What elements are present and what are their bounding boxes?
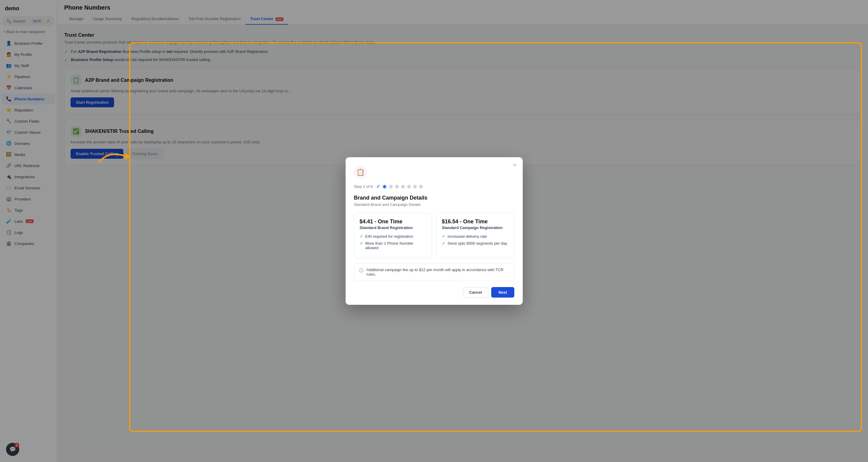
info-icon: ⓘ bbox=[359, 268, 364, 273]
info-box: ⓘ Additional campaign fee up to $12 per … bbox=[354, 263, 514, 281]
feature-check-icon: ✓ bbox=[360, 241, 363, 246]
modal-close-button[interactable]: × bbox=[513, 162, 517, 168]
step-6-dot bbox=[407, 185, 411, 189]
campaign-feature-1: ✓ Increased delivery rate bbox=[442, 234, 508, 239]
feature-text: Increased delivery rate bbox=[448, 234, 487, 239]
feature-check-icon: ✓ bbox=[442, 234, 445, 239]
campaign-plan-name: Standard Campaign Registration bbox=[442, 226, 508, 230]
pricing-cards-container: $4.41 - One Time Standard Brand Registra… bbox=[354, 213, 514, 258]
modal-dialog: × 📋 Step 2 of 8 ✓ Brand and Campaign Det… bbox=[346, 157, 523, 305]
pricing-card-brand: $4.41 - One Time Standard Brand Registra… bbox=[354, 213, 432, 258]
brand-price: $4.41 - One Time bbox=[360, 219, 426, 225]
next-button[interactable]: Next bbox=[491, 287, 514, 297]
modal-subtitle: Standard Brand and Campaign Details bbox=[354, 202, 514, 207]
modal-footer: Cancel Next bbox=[354, 287, 514, 297]
brand-feature-1: ✓ EIN required for registration bbox=[360, 234, 426, 239]
step-label: Step 2 of 8 bbox=[354, 184, 373, 189]
step-5-dot bbox=[401, 185, 405, 189]
step-4-dot bbox=[395, 185, 399, 189]
brand-plan-name: Standard Brand Registration bbox=[360, 226, 426, 230]
step-2-dot bbox=[382, 184, 387, 189]
feature-text: More than 1 Phone Number allowed bbox=[365, 241, 426, 250]
step-8-dot bbox=[419, 185, 423, 189]
feature-text: EIN required for registration bbox=[365, 234, 413, 239]
info-text: Additional campaign fee up to $12 per mo… bbox=[367, 267, 509, 277]
document-icon: 📋 bbox=[356, 168, 365, 176]
cancel-button[interactable]: Cancel bbox=[463, 287, 489, 297]
modal-icon: 📋 bbox=[354, 166, 367, 179]
feature-text: Send upto 6000 segments per day bbox=[448, 241, 507, 246]
campaign-price: $16.54 - One Time bbox=[442, 219, 508, 225]
campaign-feature-2: ✓ Send upto 6000 segments per day bbox=[442, 241, 508, 246]
feature-check-icon: ✓ bbox=[442, 241, 445, 246]
step-7-dot bbox=[413, 185, 417, 189]
step-3-dot bbox=[389, 185, 393, 189]
modal-title: Brand and Campaign Details bbox=[354, 195, 514, 201]
step-indicator: Step 2 of 8 ✓ bbox=[354, 184, 514, 190]
feature-check-icon: ✓ bbox=[360, 234, 363, 239]
step-1-check: ✓ bbox=[376, 184, 380, 190]
brand-feature-2: ✓ More than 1 Phone Number allowed bbox=[360, 241, 426, 250]
pricing-card-campaign: $16.54 - One Time Standard Campaign Regi… bbox=[436, 213, 514, 258]
modal-overlay[interactable]: × 📋 Step 2 of 8 ✓ Brand and Campaign Det… bbox=[0, 0, 868, 462]
